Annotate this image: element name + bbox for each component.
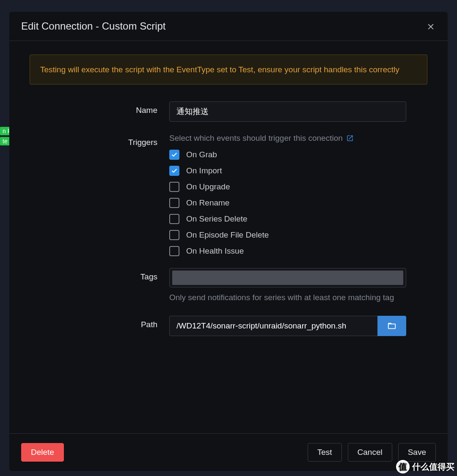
trigger-label: On Grab (186, 150, 217, 159)
path-input[interactable] (169, 316, 377, 336)
test-warning-alert: Testing will execute the script with the… (30, 55, 427, 85)
triggers-label: Triggers (21, 134, 169, 147)
triggers-help: Select which events should trigger this … (169, 134, 406, 143)
trigger-list: On GrabOn ImportOn UpgradeOn RenameOn Se… (169, 150, 406, 256)
watermark-icon: 值 (396, 460, 410, 473)
trigger-label: On Health Issue (186, 246, 244, 256)
trigger-item: On Grab (169, 150, 406, 160)
folder-open-icon (387, 321, 396, 331)
trigger-checkbox[interactable] (169, 246, 179, 256)
tags-row: Tags Only send notifications for series … (21, 268, 436, 304)
trigger-checkbox[interactable] (169, 198, 179, 208)
test-button[interactable]: Test (308, 443, 342, 462)
trigger-checkbox[interactable] (169, 182, 179, 192)
trigger-label: On Import (186, 166, 222, 175)
trigger-checkbox[interactable] (169, 166, 179, 176)
modal-header: Edit Connection - Custom Script (9, 12, 448, 41)
tags-inner[interactable] (172, 271, 403, 285)
trigger-item: On Upgrade (169, 182, 406, 192)
path-row: Path (21, 316, 436, 336)
trigger-label: On Series Delete (186, 214, 248, 224)
trigger-label: On Upgrade (186, 182, 230, 191)
name-label: Name (21, 101, 169, 115)
trigger-item: On Series Delete (169, 214, 406, 224)
watermark-text: 什么值得买 (412, 461, 454, 473)
modal-footer: Delete Test Cancel Save (9, 433, 448, 471)
delete-button[interactable]: Delete (21, 443, 64, 462)
tags-input[interactable] (169, 268, 406, 287)
trigger-item: On Episode File Delete (169, 230, 406, 240)
tags-help: Only send notifications for series with … (169, 292, 406, 304)
save-button[interactable]: Save (398, 443, 436, 462)
external-link-icon[interactable] (346, 134, 354, 142)
trigger-label: On Rename (186, 198, 229, 208)
trigger-item: On Import (169, 166, 406, 176)
triggers-row: Triggers Select which events should trig… (21, 134, 436, 256)
cancel-button[interactable]: Cancel (348, 443, 392, 462)
trigger-checkbox[interactable] (169, 150, 179, 160)
modal-title: Edit Connection - Custom Script (21, 20, 165, 32)
trigger-checkbox[interactable] (169, 214, 179, 224)
trigger-item: On Rename (169, 198, 406, 208)
trigger-item: On Health Issue (169, 246, 406, 256)
modal-body: Testing will execute the script with the… (9, 41, 448, 433)
name-row: Name (21, 101, 436, 122)
trigger-checkbox[interactable] (169, 230, 179, 240)
path-label: Path (21, 316, 169, 329)
tags-label: Tags (21, 268, 169, 282)
name-input[interactable] (169, 101, 406, 122)
browse-button[interactable] (377, 316, 406, 336)
trigger-label: On Episode File Delete (186, 230, 269, 240)
edit-connection-modal: Edit Connection - Custom Script Testing … (9, 12, 448, 471)
watermark: 值 什么值得买 (396, 460, 454, 473)
close-icon[interactable] (426, 21, 436, 31)
